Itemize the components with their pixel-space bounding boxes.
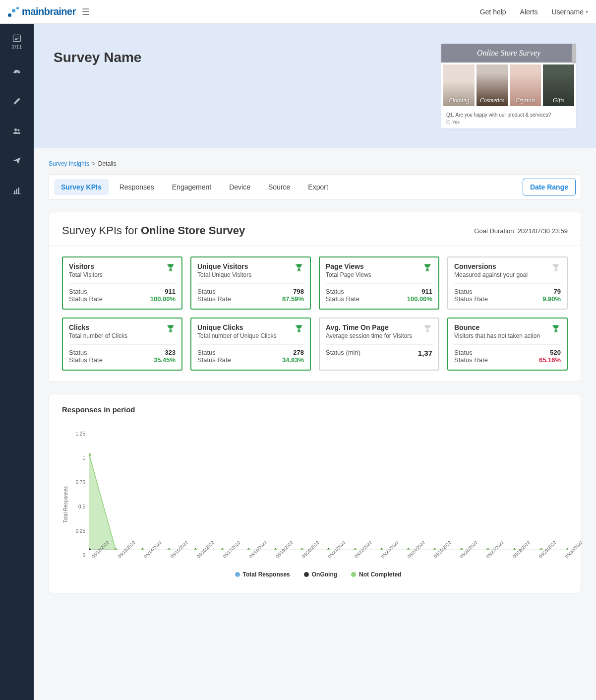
trophy-icon <box>294 323 304 335</box>
logo[interactable]: mainbrainer <box>8 6 76 17</box>
chart-x-tick: 05/20/2022 <box>301 552 308 559</box>
trophy-icon <box>422 262 432 274</box>
kpi-status-value: 278 <box>293 349 304 356</box>
kpi-name: Unique Clicks <box>197 323 276 331</box>
breadcrumb-root[interactable]: Survey Insights <box>49 160 89 167</box>
chart-line <box>89 455 568 550</box>
paper-plane-icon <box>12 156 22 166</box>
users-icon <box>12 126 22 136</box>
trophy-icon <box>422 323 432 335</box>
kpi-card-avg-time-on-page[interactable]: Avg. Time On Page Average session time f… <box>319 318 439 371</box>
kpi-status-value: 911 <box>165 288 176 295</box>
kpi-subtitle: Total Page Views <box>326 271 371 278</box>
preview-scrollbar[interactable] <box>572 44 576 64</box>
chart-x-tick: 05/28/2022 <box>512 552 519 559</box>
kpi-status-rate-label: Status Rate <box>69 356 103 364</box>
tab-device[interactable]: Device <box>222 179 257 195</box>
chart-x-tick: 05/14/2022 <box>143 552 150 559</box>
sidebar-audience[interactable] <box>8 122 26 140</box>
kpi-name: Visitors <box>69 262 103 270</box>
tab-survey-kpis[interactable]: Survey KPIs <box>54 179 109 195</box>
kpi-status-label: Status <box>69 288 87 295</box>
chart-y-axis-label: Total Responses <box>62 431 68 578</box>
date-range-button[interactable]: Date Range <box>523 179 576 195</box>
legend-item: OnGoing <box>304 571 337 578</box>
kpi-status-label: Status <box>197 288 216 295</box>
kpi-status-rate-label: Status Rate <box>69 295 103 303</box>
chart-x-tick: 05/13/2022 <box>117 552 124 559</box>
preview-tiles: Clothing Cosmetics Crystals Gifts <box>441 63 576 108</box>
preview-question: Q1. Are you happy with our product & ser… <box>441 108 576 120</box>
tab-export[interactable]: Export <box>301 179 335 195</box>
chart-marker <box>513 549 516 550</box>
survey-preview[interactable]: Online Store Survey Clothing Cosmetics C… <box>441 44 576 128</box>
chart-y-tick: 0.5 <box>68 504 85 509</box>
kpi-status-rate-value: 65.16% <box>539 356 561 364</box>
kpi-card-conversions[interactable]: Conversions Measured against your goal S… <box>447 256 568 310</box>
chart-marker <box>407 549 410 550</box>
legend-item: Total Responses <box>235 571 290 578</box>
chart-plot-area[interactable] <box>89 431 568 550</box>
kpi-card-unique-visitors[interactable]: Unique Visitors Total Unique Visitors St… <box>190 256 311 310</box>
chart-y-tick: 1 <box>68 455 85 461</box>
kpi-status-rate-label: Status Rate <box>454 356 488 364</box>
chart-x-tick: 05/21/2022 <box>327 552 334 559</box>
chart-y-tick: 0 <box>68 553 85 558</box>
radio-icon <box>446 120 450 124</box>
kpi-status-rate-value: 34.83% <box>282 356 304 364</box>
chart-y-tick: 0.25 <box>68 528 85 534</box>
sidebar-stats[interactable] <box>8 182 26 199</box>
breadcrumb-sep: > <box>92 160 95 167</box>
preview-tile: Cosmetics <box>477 64 508 106</box>
sidebar-edit[interactable] <box>8 92 26 110</box>
kpi-card-bounce[interactable]: Bounce Visitors that has not taken actio… <box>447 318 568 371</box>
kpi-status-value: 323 <box>165 349 176 356</box>
sidebar-send[interactable] <box>8 152 26 170</box>
chart-marker <box>247 549 250 550</box>
kpi-card-unique-clicks[interactable]: Unique Clicks Total number of Unique Cli… <box>190 318 311 371</box>
chart-x-tick: 05/29/2022 <box>538 552 545 559</box>
kpi-status-rate-value: 87.59% <box>282 295 304 303</box>
main: Survey Name Online Store Survey Clothing… <box>34 24 596 700</box>
kpi-status-rate-value: 100.00% <box>407 295 432 303</box>
chart-x-tick: 05/27/2022 <box>485 552 492 559</box>
chart-x-tick: 05/22/2022 <box>354 552 360 559</box>
chart-marker <box>168 549 171 550</box>
chart-marker <box>327 549 330 550</box>
get-help-link[interactable]: Get help <box>480 8 506 16</box>
kpi-status-rate-label: Status Rate <box>197 295 231 303</box>
alerts-link[interactable]: Alerts <box>520 8 538 16</box>
tab-responses[interactable]: Responses <box>113 179 161 195</box>
tab-source[interactable]: Source <box>261 179 297 195</box>
trophy-icon <box>166 262 176 274</box>
trophy-icon <box>166 323 176 335</box>
chart-y-tick: 0.75 <box>68 480 85 485</box>
chart-marker <box>221 549 224 550</box>
kpi-card-clicks[interactable]: Clicks Total number of Clicks Status323 … <box>62 318 182 371</box>
topbar: mainbrainer ☰ Get help Alerts Username ▾ <box>0 0 596 24</box>
kpi-name: Page Views <box>326 262 371 270</box>
sidebar-pager[interactable]: 2/11 <box>8 33 26 51</box>
menu-toggle-icon[interactable]: ☰ <box>82 6 90 17</box>
kpi-card-visitors[interactable]: Visitors Total Visitors Status911 Status… <box>62 256 182 310</box>
list-icon <box>12 33 22 43</box>
preview-header: Online Store Survey <box>441 44 576 63</box>
preview-tile: Crystals <box>510 64 541 106</box>
chart-marker <box>115 549 118 550</box>
kpi-card-page-views[interactable]: Page Views Total Page Views Status911 St… <box>319 256 439 310</box>
chart-x-tick: 05/25/2022 <box>433 552 440 559</box>
chart-x-tick: 05/16/2022 <box>196 552 203 559</box>
sidebar-dashboard[interactable] <box>8 63 26 80</box>
chart-marker <box>274 549 277 550</box>
kpi-subtitle: Total Visitors <box>69 271 103 278</box>
chart-area-not-completed <box>89 455 568 550</box>
chart-marker <box>486 549 489 550</box>
tab-engagement[interactable]: Engagement <box>165 179 218 195</box>
preview-option: Yes <box>441 120 576 128</box>
kpi-status-rate-label: Status Rate <box>454 295 488 303</box>
bar-chart-icon <box>12 186 22 195</box>
trophy-icon <box>294 262 304 274</box>
kpi-status-rate-value: 9.90% <box>542 295 561 303</box>
user-menu[interactable]: Username ▾ <box>551 8 588 16</box>
kpi-name: Avg. Time On Page <box>326 323 412 331</box>
